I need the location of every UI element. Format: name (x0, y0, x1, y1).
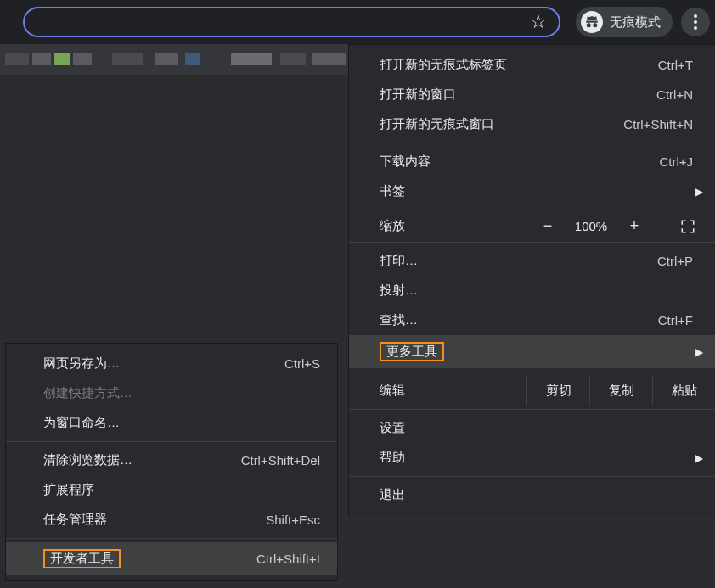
incognito-icon (581, 11, 603, 33)
incognito-badge[interactable]: 无痕模式 (576, 7, 673, 37)
menu-item[interactable]: 打印…Ctrl+P (349, 246, 715, 276)
main-menu-button[interactable] (681, 8, 710, 36)
menu-item[interactable]: 帮助▶ (349, 443, 715, 473)
highlight-box: 更多工具 (380, 342, 444, 361)
submenu-item[interactable]: 开发者工具Ctrl+Shift+I (6, 542, 337, 575)
shortcut: Ctrl+S (284, 356, 320, 371)
shortcut: Ctrl+J (659, 154, 693, 169)
menu-item[interactable]: 更多工具▶ (349, 335, 715, 368)
submenu-item[interactable]: 网页另存为…Ctrl+S (6, 349, 337, 378)
submenu-item[interactable]: 清除浏览数据…Ctrl+Shift+Del (6, 445, 337, 475)
fullscreen-icon[interactable] (669, 219, 707, 234)
chevron-right-icon: ▶ (695, 452, 703, 464)
submenu-item[interactable]: 任务管理器Shift+Esc (6, 505, 337, 535)
incognito-label: 无痕模式 (610, 14, 661, 31)
zoom-out-button[interactable]: − (530, 217, 566, 235)
menu-item[interactable]: 打开新的无痕式标签页Ctrl+T (349, 50, 715, 80)
menu-item[interactable]: 查找…Ctrl+F (349, 305, 715, 335)
submenu-item: 创建快捷方式… (6, 378, 337, 408)
edit-row: 编辑剪切复制粘贴 (349, 376, 715, 406)
zoom-in-button[interactable]: + (616, 217, 652, 235)
menu-item[interactable]: 投射… (349, 276, 715, 305)
menu-item[interactable]: 书签▶ (349, 176, 715, 206)
shortcut: Ctrl+Shift+Del (241, 453, 320, 468)
submenu-item[interactable]: 扩展程序 (6, 475, 337, 505)
menu-item[interactable]: 退出 (349, 480, 715, 510)
zoom-row: 缩放−100%+ (349, 214, 715, 238)
menu-item[interactable]: 打开新的窗口Ctrl+N (349, 80, 715, 109)
dots-vertical-icon (694, 14, 697, 30)
more-tools-submenu: 网页另存为…Ctrl+S创建快捷方式…为窗口命名…清除浏览数据…Ctrl+Shi… (5, 343, 338, 581)
menu-item[interactable]: 下载内容Ctrl+J (349, 147, 715, 176)
submenu-item[interactable]: 为窗口命名… (6, 408, 337, 438)
menu-item[interactable]: 设置 (349, 413, 715, 443)
svg-rect-2 (586, 21, 598, 23)
shortcut: Ctrl+P (657, 254, 693, 268)
chevron-right-icon: ▶ (695, 346, 703, 358)
cut-button[interactable]: 剪切 (526, 376, 589, 406)
shortcut: Shift+Esc (266, 512, 320, 527)
shortcut: Ctrl+N (656, 87, 693, 102)
copy-button[interactable]: 复制 (589, 376, 652, 406)
menu-item[interactable]: 打开新的无痕式窗口Ctrl+Shift+N (349, 109, 715, 139)
edit-label: 编辑 (349, 376, 526, 406)
browser-toolbar: ☆ 无痕模式 (0, 0, 715, 44)
paste-button[interactable]: 粘贴 (652, 376, 715, 406)
shortcut: Ctrl+T (658, 58, 693, 72)
zoom-percent: 100% (566, 219, 616, 233)
bookmark-star-icon[interactable]: ☆ (530, 11, 547, 33)
shortcut: Ctrl+Shift+N (623, 117, 693, 132)
highlight-box: 开发者工具 (43, 549, 121, 568)
main-menu: 打开新的无痕式标签页Ctrl+T打开新的窗口Ctrl+N打开新的无痕式窗口Ctr… (348, 44, 715, 517)
zoom-label: 缩放 (380, 218, 405, 234)
shortcut: Ctrl+F (658, 313, 693, 328)
shortcut: Ctrl+Shift+I (256, 552, 320, 566)
address-bar[interactable]: ☆ (23, 7, 560, 37)
chevron-right-icon: ▶ (695, 186, 703, 198)
